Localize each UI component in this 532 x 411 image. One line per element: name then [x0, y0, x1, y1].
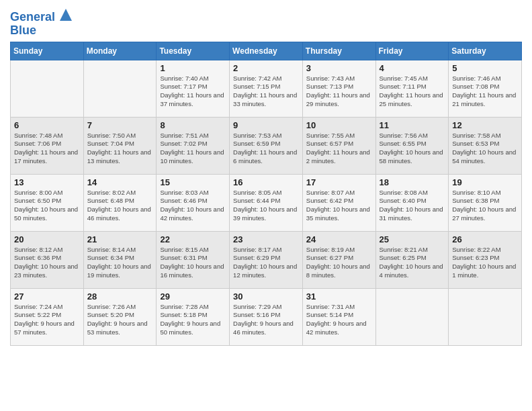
day-number: 28 — [87, 291, 153, 302]
calendar-cell: 4Sunrise: 7:45 AM Sunset: 7:11 PM Daylig… — [375, 60, 449, 117]
logo: General Blue — [10, 11, 72, 38]
calendar-week-row: 27Sunrise: 7:24 AM Sunset: 5:22 PM Dayli… — [11, 288, 522, 345]
day-info: Sunrise: 7:58 AM Sunset: 6:53 PM Dayligh… — [452, 132, 518, 166]
calendar-cell: 2Sunrise: 7:42 AM Sunset: 7:15 PM Daylig… — [230, 60, 303, 117]
calendar-header-cell: Tuesday — [157, 42, 230, 60]
calendar-cell — [11, 60, 84, 117]
calendar-cell: 10Sunrise: 7:55 AM Sunset: 6:57 PM Dayli… — [302, 117, 375, 174]
day-number: 9 — [233, 120, 299, 130]
day-info: Sunrise: 8:12 AM Sunset: 6:36 PM Dayligh… — [14, 246, 80, 280]
day-info: Sunrise: 7:46 AM Sunset: 7:08 PM Dayligh… — [452, 75, 518, 109]
calendar-cell: 14Sunrise: 8:02 AM Sunset: 6:48 PM Dayli… — [83, 174, 157, 231]
day-number: 27 — [14, 291, 80, 302]
calendar-cell: 12Sunrise: 7:58 AM Sunset: 6:53 PM Dayli… — [449, 117, 522, 174]
day-number: 8 — [160, 120, 226, 130]
calendar-cell: 13Sunrise: 8:00 AM Sunset: 6:50 PM Dayli… — [11, 174, 84, 231]
calendar-cell: 20Sunrise: 8:12 AM Sunset: 6:36 PM Dayli… — [11, 231, 84, 288]
svg-marker-0 — [60, 9, 72, 21]
day-number: 19 — [452, 177, 518, 187]
calendar-body: 1Sunrise: 7:40 AM Sunset: 7:17 PM Daylig… — [11, 60, 522, 345]
calendar-week-row: 13Sunrise: 8:00 AM Sunset: 6:50 PM Dayli… — [11, 174, 522, 231]
day-info: Sunrise: 8:08 AM Sunset: 6:40 PM Dayligh… — [380, 189, 445, 223]
calendar-cell: 28Sunrise: 7:26 AM Sunset: 5:20 PM Dayli… — [83, 288, 157, 345]
calendar-week-row: 1Sunrise: 7:40 AM Sunset: 7:17 PM Daylig… — [11, 60, 522, 117]
day-info: Sunrise: 7:53 AM Sunset: 6:59 PM Dayligh… — [233, 132, 299, 166]
day-number: 16 — [233, 177, 299, 187]
calendar-cell: 19Sunrise: 8:10 AM Sunset: 6:38 PM Dayli… — [449, 174, 522, 231]
logo-text: General Blue — [10, 11, 72, 38]
calendar-cell: 6Sunrise: 7:48 AM Sunset: 7:06 PM Daylig… — [11, 117, 84, 174]
day-number: 10 — [306, 120, 372, 130]
calendar-cell: 26Sunrise: 8:22 AM Sunset: 6:23 PM Dayli… — [449, 231, 522, 288]
calendar-cell: 30Sunrise: 7:29 AM Sunset: 5:16 PM Dayli… — [230, 288, 303, 345]
day-number: 24 — [306, 234, 372, 244]
logo-blue: Blue — [10, 24, 36, 37]
day-number: 5 — [452, 63, 518, 73]
day-info: Sunrise: 7:24 AM Sunset: 5:22 PM Dayligh… — [14, 303, 80, 337]
calendar-cell: 8Sunrise: 7:51 AM Sunset: 7:02 PM Daylig… — [157, 117, 230, 174]
day-number: 23 — [233, 234, 299, 244]
day-number: 21 — [87, 234, 153, 244]
calendar-week-row: 20Sunrise: 8:12 AM Sunset: 6:36 PM Dayli… — [11, 231, 522, 288]
calendar-cell: 18Sunrise: 8:08 AM Sunset: 6:40 PM Dayli… — [375, 174, 449, 231]
day-info: Sunrise: 7:48 AM Sunset: 7:06 PM Dayligh… — [14, 132, 80, 166]
day-number: 18 — [380, 177, 445, 187]
calendar-cell: 23Sunrise: 8:17 AM Sunset: 6:29 PM Dayli… — [230, 231, 303, 288]
day-number: 15 — [160, 177, 226, 187]
logo-general: General — [10, 10, 55, 24]
calendar-cell — [83, 60, 157, 117]
day-number: 11 — [380, 120, 445, 130]
day-info: Sunrise: 7:31 AM Sunset: 5:14 PM Dayligh… — [306, 303, 372, 337]
calendar-header-row: SundayMondayTuesdayWednesdayThursdayFrid… — [11, 42, 522, 60]
day-number: 6 — [14, 120, 80, 130]
calendar-cell — [449, 288, 522, 345]
day-number: 22 — [160, 234, 226, 244]
calendar-cell: 9Sunrise: 7:53 AM Sunset: 6:59 PM Daylig… — [230, 117, 303, 174]
calendar-week-row: 6Sunrise: 7:48 AM Sunset: 7:06 PM Daylig… — [11, 117, 522, 174]
calendar-header-cell: Sunday — [11, 42, 84, 60]
calendar-cell: 25Sunrise: 8:21 AM Sunset: 6:25 PM Dayli… — [375, 231, 449, 288]
calendar-cell: 24Sunrise: 8:19 AM Sunset: 6:27 PM Dayli… — [302, 231, 375, 288]
calendar-header-cell: Thursday — [302, 42, 375, 60]
day-number: 7 — [87, 120, 153, 130]
calendar-cell: 3Sunrise: 7:43 AM Sunset: 7:13 PM Daylig… — [302, 60, 375, 117]
day-info: Sunrise: 7:56 AM Sunset: 6:55 PM Dayligh… — [380, 132, 445, 166]
calendar-header-cell: Friday — [375, 42, 449, 60]
day-number: 30 — [233, 291, 299, 302]
day-number: 17 — [306, 177, 372, 187]
day-info: Sunrise: 7:51 AM Sunset: 7:02 PM Dayligh… — [160, 132, 226, 166]
day-info: Sunrise: 8:14 AM Sunset: 6:34 PM Dayligh… — [87, 246, 153, 280]
calendar-cell: 11Sunrise: 7:56 AM Sunset: 6:55 PM Dayli… — [375, 117, 449, 174]
day-info: Sunrise: 8:19 AM Sunset: 6:27 PM Dayligh… — [306, 246, 372, 280]
day-number: 3 — [306, 63, 372, 73]
day-info: Sunrise: 8:22 AM Sunset: 6:23 PM Dayligh… — [452, 246, 518, 280]
day-info: Sunrise: 8:15 AM Sunset: 6:31 PM Dayligh… — [160, 246, 226, 280]
day-info: Sunrise: 7:42 AM Sunset: 7:15 PM Dayligh… — [233, 75, 299, 109]
page-header: General Blue — [10, 7, 522, 38]
day-info: Sunrise: 8:03 AM Sunset: 6:46 PM Dayligh… — [160, 189, 226, 223]
day-number: 31 — [306, 291, 372, 302]
calendar-header-cell: Wednesday — [230, 42, 303, 60]
calendar-header-cell: Monday — [83, 42, 157, 60]
day-number: 29 — [160, 291, 226, 302]
day-info: Sunrise: 7:29 AM Sunset: 5:16 PM Dayligh… — [233, 303, 299, 337]
calendar-cell — [375, 288, 449, 345]
calendar-cell: 16Sunrise: 8:05 AM Sunset: 6:44 PM Dayli… — [230, 174, 303, 231]
day-number: 13 — [14, 177, 80, 187]
day-number: 20 — [14, 234, 80, 244]
calendar-cell: 29Sunrise: 7:28 AM Sunset: 5:18 PM Dayli… — [157, 288, 230, 345]
calendar-cell: 5Sunrise: 7:46 AM Sunset: 7:08 PM Daylig… — [449, 60, 522, 117]
day-info: Sunrise: 8:21 AM Sunset: 6:25 PM Dayligh… — [380, 246, 445, 280]
day-info: Sunrise: 8:17 AM Sunset: 6:29 PM Dayligh… — [233, 246, 299, 280]
calendar-cell: 22Sunrise: 8:15 AM Sunset: 6:31 PM Dayli… — [157, 231, 230, 288]
day-info: Sunrise: 7:43 AM Sunset: 7:13 PM Dayligh… — [306, 75, 372, 109]
day-info: Sunrise: 8:02 AM Sunset: 6:48 PM Dayligh… — [87, 189, 153, 223]
day-info: Sunrise: 8:00 AM Sunset: 6:50 PM Dayligh… — [14, 189, 80, 223]
calendar-cell: 27Sunrise: 7:24 AM Sunset: 5:22 PM Dayli… — [11, 288, 84, 345]
calendar-cell: 15Sunrise: 8:03 AM Sunset: 6:46 PM Dayli… — [157, 174, 230, 231]
day-info: Sunrise: 7:55 AM Sunset: 6:57 PM Dayligh… — [306, 132, 372, 166]
calendar-cell: 21Sunrise: 8:14 AM Sunset: 6:34 PM Dayli… — [83, 231, 157, 288]
calendar-header-cell: Saturday — [449, 42, 522, 60]
day-info: Sunrise: 7:50 AM Sunset: 7:04 PM Dayligh… — [87, 132, 153, 166]
day-info: Sunrise: 8:07 AM Sunset: 6:42 PM Dayligh… — [306, 189, 372, 223]
